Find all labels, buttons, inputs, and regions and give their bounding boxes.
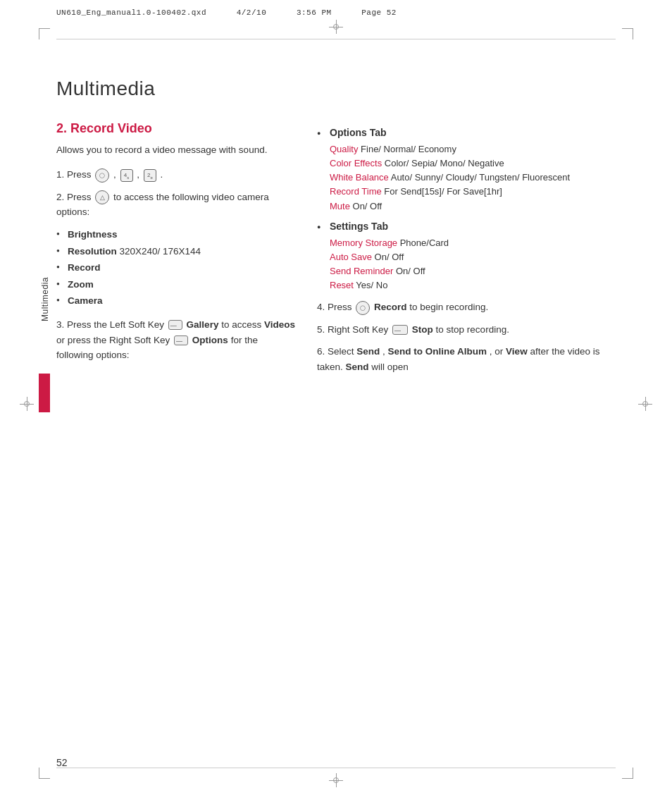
quality-line: Quality Fine/ Normal/ Economy	[330, 142, 616, 156]
color-effects-line: Color Effects Color/ Sepia/ Mono/ Negati…	[330, 156, 616, 171]
step3-text: 3. Press the Left Soft Key	[56, 319, 167, 330]
reset-label: Reset	[330, 280, 356, 290]
list-item: Record	[56, 260, 296, 276]
step6-text3: will open	[371, 362, 409, 372]
step6-comma: ,	[382, 346, 388, 357]
reg-mark-left	[20, 397, 34, 411]
camera-icon: △	[95, 190, 109, 204]
view-bold: View	[506, 346, 528, 357]
white-balance-label: White Balance	[330, 172, 391, 183]
right-column: Options Tab Quality Fine/ Normal/ Econom…	[317, 121, 616, 382]
stop-bold: Stop	[412, 324, 433, 335]
step-1: 1. Press ◯ , 4s , 2e .	[56, 167, 296, 183]
zoom-label: Zoom	[68, 279, 94, 290]
record-time-value: For Send[15s]/ For Save[1hr]	[384, 186, 502, 197]
auto-save-line: Auto Save On/ Off	[330, 250, 616, 264]
sidebar-label-container: Multimedia	[39, 254, 51, 345]
step6-text: 6. Select	[317, 346, 356, 357]
step1-comma2: ,	[137, 169, 142, 180]
step-6: 6. Select Send , Send to Online Album , …	[317, 344, 616, 374]
step2-text: 2. Press	[56, 192, 94, 202]
list-item: Camera	[56, 293, 296, 309]
time: 3:56 PM	[297, 8, 332, 17]
step4-text2: to begin recording.	[409, 302, 488, 312]
two-col-layout: 2. Record Video Allows you to record a v…	[56, 121, 616, 382]
record-label: Record	[68, 262, 101, 273]
page-label: Page 52	[361, 8, 397, 17]
resolution-value: 320X240/ 176X144	[120, 246, 201, 257]
brightness-label: Brightness	[68, 229, 118, 240]
quality-value: Fine/ Normal/ Economy	[361, 144, 456, 154]
page-container: UN610_Eng_manual1.0-100402.qxd 4/2/10 3:…	[0, 0, 672, 807]
2e-icon: 2e	[144, 169, 156, 182]
left-column: 2. Record Video Allows you to record a v…	[56, 121, 296, 382]
camera-label: Camera	[68, 295, 103, 306]
menu-ok-icon-2: ◯	[356, 301, 370, 315]
send-reminder-label: Send Reminder	[330, 266, 396, 276]
color-effects-label: Color Effects	[330, 158, 385, 168]
section-number: 2.	[56, 121, 67, 135]
send2-bold: Send	[346, 362, 369, 372]
auto-save-value: On/ Off	[375, 252, 404, 262]
reg-mark-right	[638, 397, 652, 411]
record-time-label: Record Time	[330, 186, 384, 197]
list-item: Brightness	[56, 227, 296, 242]
options-tab-content: Quality Fine/ Normal/ Economy Color Effe…	[317, 142, 616, 214]
step-4: 4. Press ◯ Record to begin recording.	[317, 300, 616, 315]
4s-icon: 4s	[120, 169, 133, 182]
sidebar-text: Multimedia	[40, 277, 50, 321]
step3-text2: to access	[221, 319, 264, 330]
list-item: Resolution 320X240/ 176X144	[56, 244, 296, 259]
corner-bl	[39, 768, 50, 779]
divider-bottom	[56, 768, 616, 768]
right-softkey-icon	[174, 335, 188, 345]
settings-tab-heading: Settings Tab	[317, 221, 616, 232]
white-balance-line: White Balance Auto/ Sunny/ Cloudy/ Tungs…	[330, 171, 616, 185]
settings-tab-title: Settings Tab	[330, 221, 388, 232]
step1-comma: ,	[113, 169, 119, 180]
corner-br	[622, 768, 633, 779]
step-2: 2. Press △ to access the following video…	[56, 190, 296, 220]
auto-save-label: Auto Save	[330, 252, 375, 262]
gallery-label: Gallery	[187, 319, 219, 330]
mute-label: Mute	[330, 201, 353, 211]
send-reminder-value: On/ Off	[396, 266, 425, 276]
options-label: Options	[192, 335, 228, 345]
record-bold: Record	[374, 302, 407, 312]
mute-line: Mute On/ Off	[330, 199, 616, 214]
reset-value: Yes/ No	[356, 280, 387, 290]
settings-tab-content: Memory Storage Phone/Card Auto Save On/ …	[317, 236, 616, 293]
reg-mark-bottom	[329, 773, 343, 787]
step-5: 5. Right Soft Key Stop to stop recording…	[317, 322, 616, 338]
send-reminder-line: Send Reminder On/ Off	[330, 264, 616, 278]
section-heading: 2. Record Video	[56, 121, 296, 136]
step4-text: 4. Press	[317, 302, 354, 312]
memory-storage-label: Memory Storage	[330, 238, 400, 248]
step-3: 3. Press the Left Soft Key Gallery to ac…	[56, 317, 296, 363]
step1-text: 1. Press	[56, 169, 94, 180]
content-area: Multimedia 2. Record Video Allows you to…	[56, 42, 616, 765]
bullet-list: Brightness Resolution 320X240/ 176X144 R…	[56, 227, 296, 309]
record-time-line: Record Time For Send[15s]/ For Save[1hr]	[330, 185, 616, 199]
menu-ok-icon: ◯	[95, 168, 109, 183]
left-softkey-icon	[168, 320, 182, 330]
section-title: Record Video	[70, 121, 152, 135]
right-softkey-icon-2	[392, 325, 408, 335]
step5-text: 5. Right Soft Key	[317, 324, 391, 335]
date: 4/2/10	[237, 8, 267, 17]
reg-mark-top	[329, 20, 343, 34]
color-effects-value: Color/ Sepia/ Mono/ Negative	[385, 158, 504, 168]
videos-label: Videos	[264, 319, 295, 330]
reset-line: Reset Yes/ No	[330, 278, 616, 292]
resolution-label: Resolution	[68, 246, 117, 257]
list-item: Zoom	[56, 277, 296, 292]
intro-text: Allows you to record a video message wit…	[56, 143, 296, 157]
step5-text2: to stop recording.	[436, 324, 509, 335]
filename: UN610_Eng_manual1.0-100402.qxd	[56, 8, 206, 17]
file-header: UN610_Eng_manual1.0-100402.qxd 4/2/10 3:…	[56, 8, 616, 17]
corner-tl	[39, 28, 50, 39]
memory-storage-value: Phone/Card	[400, 238, 449, 248]
step3-text3: or press the Right Soft Key	[56, 335, 173, 345]
send-to-online-bold: Send to Online Album	[388, 346, 487, 357]
divider-top	[56, 39, 616, 39]
